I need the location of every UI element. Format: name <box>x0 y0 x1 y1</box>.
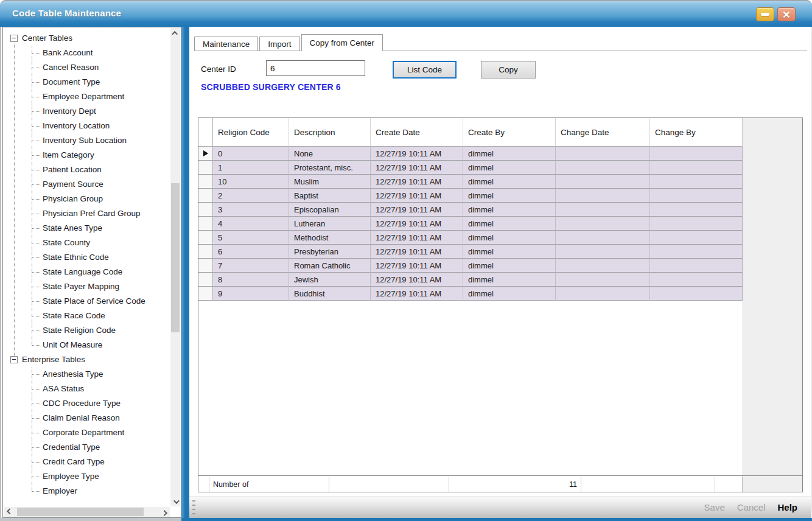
tree-item-bank-account[interactable]: Bank Account <box>4 46 170 60</box>
cell-description[interactable]: Protestant, misc. <box>289 161 371 175</box>
cell-description[interactable]: Presbyterian <box>289 245 371 259</box>
cell-create-by[interactable]: dimmel <box>463 287 556 301</box>
tree-item-inventory-location[interactable]: Inventory Location <box>4 119 170 133</box>
minimize-button[interactable] <box>756 7 774 21</box>
cell-description[interactable]: Buddhist <box>289 287 371 301</box>
tree-item-claim-denial-reason[interactable]: Claim Denial Reason <box>4 411 170 425</box>
cell-code[interactable]: 6 <box>213 245 289 259</box>
scroll-left-button[interactable] <box>4 507 13 517</box>
cell-create-by[interactable]: dimmel <box>463 189 556 203</box>
tree-item-asa-status[interactable]: ASA Status <box>4 382 170 396</box>
collapse-icon[interactable] <box>10 356 18 363</box>
tree-item-inventory-dept[interactable]: Inventory Dept <box>4 104 170 119</box>
cell-create-date[interactable]: 12/27/19 10:11 AM <box>371 287 463 301</box>
cell-code[interactable]: 10 <box>213 175 289 189</box>
tree-item-item-category[interactable]: Item Category <box>4 148 170 163</box>
statusbar-grip[interactable] <box>192 500 195 516</box>
cell-code[interactable]: 8 <box>213 273 289 287</box>
list-code-button[interactable]: List Code <box>393 61 457 79</box>
tree-item-physician-pref-card-group[interactable]: Physician Pref Card Group <box>4 206 170 221</box>
cell-code[interactable]: 0 <box>213 147 289 161</box>
tree-horizontal-scrollbar[interactable] <box>4 507 170 517</box>
cell-change-by[interactable] <box>650 273 743 287</box>
cell-change-date[interactable] <box>556 231 650 245</box>
cell-create-by[interactable]: dimmel <box>463 147 556 161</box>
cell-create-date[interactable]: 12/27/19 10:11 AM <box>371 203 463 217</box>
cell-create-date[interactable]: 12/27/19 10:11 AM <box>371 217 463 231</box>
horizontal-scroll-thumb[interactable] <box>17 508 144 516</box>
column-header-description[interactable]: Description <box>289 118 371 147</box>
cell-change-date[interactable] <box>556 245 650 259</box>
cell-create-date[interactable]: 12/27/19 10:11 AM <box>371 189 463 203</box>
cell-change-date[interactable] <box>556 203 650 217</box>
tree-item-physician-group[interactable]: Physician Group <box>4 192 170 206</box>
center-id-input[interactable] <box>266 60 365 76</box>
cell-change-by[interactable] <box>650 231 743 245</box>
cell-create-by[interactable]: dimmel <box>463 175 556 189</box>
cell-change-date[interactable] <box>556 217 650 231</box>
row-selector[interactable] <box>198 273 213 287</box>
panel-splitter[interactable] <box>181 27 189 518</box>
tree-item-state-payer-mapping[interactable]: State Payer Mapping <box>4 279 170 294</box>
row-selector[interactable] <box>198 175 213 189</box>
tree-item-unit-of-measure[interactable]: Unit Of Measure <box>4 338 170 352</box>
cell-create-date[interactable]: 12/27/19 10:11 AM <box>371 273 463 287</box>
cell-description[interactable]: Roman Catholic <box>289 259 371 273</box>
row-selector[interactable] <box>198 245 213 259</box>
tree-item-cdc-procedure-type[interactable]: CDC Procedure Type <box>4 396 170 411</box>
cell-create-date[interactable]: 12/27/19 10:11 AM <box>371 259 463 273</box>
tab-import[interactable]: Import <box>259 37 299 51</box>
cell-create-by[interactable]: dimmel <box>463 231 556 245</box>
cell-change-date[interactable] <box>556 189 650 203</box>
tree-item-state-anes-type[interactable]: State Anes Type <box>4 221 170 236</box>
cell-create-by[interactable]: dimmel <box>463 245 556 259</box>
tree-item-corporate-department[interactable]: Corporate Department <box>4 425 170 440</box>
tree-item-employer[interactable]: Employer <box>4 484 170 498</box>
row-selector[interactable] <box>198 203 213 217</box>
copy-button[interactable]: Copy <box>481 61 536 79</box>
scroll-down-button[interactable] <box>170 497 180 506</box>
tab-copy-from-center[interactable]: Copy from Center <box>301 34 383 51</box>
cell-create-by[interactable]: dimmel <box>463 203 556 217</box>
cell-description[interactable]: Muslim <box>289 175 371 189</box>
cell-create-date[interactable]: 12/27/19 10:11 AM <box>371 147 463 161</box>
cancel-button[interactable]: Cancel <box>737 502 766 512</box>
tree-vertical-scrollbar[interactable] <box>170 28 180 506</box>
tree-item-inventory-sub-location[interactable]: Inventory Sub Location <box>4 133 170 148</box>
close-button[interactable]: × <box>777 7 796 21</box>
cell-create-by[interactable]: dimmel <box>463 273 556 287</box>
column-header-change-by[interactable]: Change By <box>650 118 743 147</box>
cell-description[interactable]: Methodist <box>289 231 371 245</box>
cell-create-date[interactable]: 12/27/19 10:11 AM <box>371 161 463 175</box>
row-selector[interactable] <box>198 287 213 301</box>
tree-item-payment-source[interactable]: Payment Source <box>4 177 170 192</box>
cell-change-date[interactable] <box>556 287 650 301</box>
cell-code[interactable]: 9 <box>213 287 289 301</box>
row-selector[interactable] <box>198 161 213 175</box>
cell-change-by[interactable] <box>650 203 743 217</box>
tree-item-document-type[interactable]: Document Type <box>4 75 170 89</box>
vertical-scroll-thumb[interactable] <box>171 183 180 332</box>
column-header-create-by[interactable]: Create By <box>463 118 556 147</box>
tree-item-credit-card-type[interactable]: Credit Card Type <box>4 455 170 469</box>
cell-description[interactable]: None <box>289 147 371 161</box>
column-header-create-date[interactable]: Create Date <box>371 118 463 147</box>
cell-change-by[interactable] <box>650 161 743 175</box>
tab-maintenance[interactable]: Maintenance <box>194 37 258 51</box>
cell-code[interactable]: 7 <box>213 259 289 273</box>
scroll-right-button[interactable] <box>160 507 170 517</box>
tree-item-employee-department[interactable]: Employee Department <box>4 89 170 104</box>
tree-item-patient-location[interactable]: Patient Location <box>4 163 170 177</box>
cell-change-by[interactable] <box>650 245 743 259</box>
row-selector[interactable] <box>198 217 213 231</box>
tree-item-state-ethnic-code[interactable]: State Ethnic Code <box>4 250 170 265</box>
cell-change-by[interactable] <box>650 175 743 189</box>
cell-change-by[interactable] <box>650 217 743 231</box>
cell-change-date[interactable] <box>556 175 650 189</box>
tree-item-state-place-of-service-code[interactable]: State Place of Service Code <box>4 294 170 309</box>
tree-item-state-race-code[interactable]: State Race Code <box>4 309 170 323</box>
tree-item-anesthesia-type[interactable]: Anesthesia Type <box>4 367 170 382</box>
row-selector[interactable] <box>198 147 213 161</box>
cell-create-date[interactable]: 12/27/19 10:11 AM <box>371 245 463 259</box>
cell-description[interactable]: Baptist <box>289 189 371 203</box>
